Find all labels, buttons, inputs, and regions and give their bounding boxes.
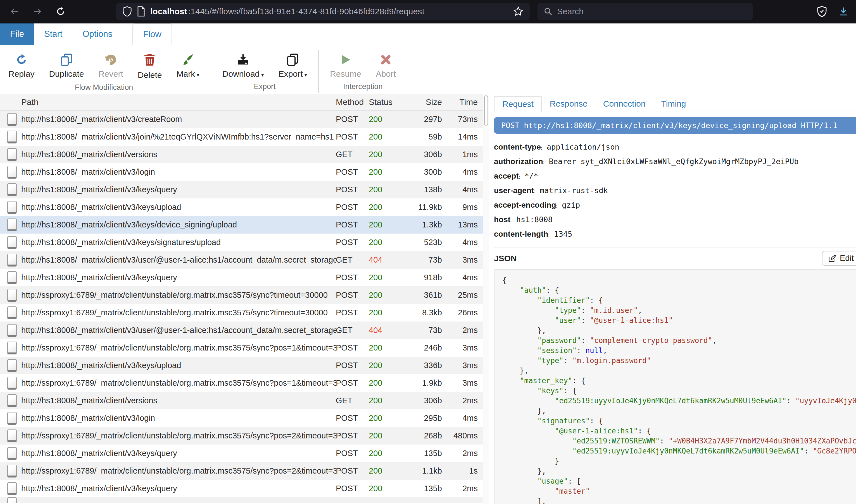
flow-row[interactable]: http://hs1:8008/_matrix/client/v3/loginP… [0, 163, 483, 181]
col-method[interactable]: Method [336, 97, 369, 107]
menu-tab-options[interactable]: Options [72, 23, 122, 44]
bookmark-star-icon[interactable] [513, 6, 524, 17]
flow-row[interactable]: http://ssproxy1:6789/_matrix/client/unst… [0, 462, 483, 480]
browser-search-bar[interactable]: Search [537, 3, 753, 20]
flow-row[interactable]: http://hs1:8008/_matrix/client/v3/user/@… [0, 322, 483, 339]
tab-response[interactable]: Response [542, 96, 595, 112]
forward-icon[interactable] [32, 6, 42, 16]
flow-doc-icon [7, 218, 17, 231]
caret-down-icon: ▾ [195, 72, 200, 78]
resume-button[interactable]: Resume [323, 48, 369, 80]
replay-button[interactable]: Replay [1, 48, 41, 80]
request-body-json[interactable]: { "auth": { "identifier": { "type": "m.i… [494, 269, 856, 504]
revert-button[interactable]: Revert [91, 48, 130, 80]
flow-method: POST [336, 273, 369, 282]
flow-status: 200 [369, 203, 401, 212]
back-icon[interactable] [10, 6, 20, 16]
flow-doc-icon [7, 306, 17, 319]
flow-method: POST [336, 115, 369, 124]
tab-timing[interactable]: Timing [653, 96, 694, 112]
mark-button[interactable]: Mark ▾ [169, 48, 207, 80]
flow-doc-icon [7, 497, 17, 503]
flow-row[interactable]: http://hs1:8008/_matrix/client/v3/keys/q… [0, 269, 483, 286]
flow-row[interactable] [0, 497, 483, 503]
flow-doc-icon [7, 289, 17, 302]
flow-row[interactable]: http://ssproxy1:6789/_matrix/client/unst… [0, 286, 483, 304]
url-bar[interactable]: localhost:1445/#/flows/fba5f13d-91e1-437… [116, 3, 530, 20]
flow-row[interactable]: http://hs1:8008/_matrix/client/v3/user/@… [0, 251, 483, 269]
delete-button[interactable]: ​ Delete [131, 48, 169, 82]
tab-request[interactable]: Request [494, 96, 542, 112]
flow-table-header: Path Method Status Size Time [0, 94, 483, 110]
flow-method: POST [336, 343, 369, 353]
flow-doc-icon [7, 412, 17, 425]
page-info-icon[interactable] [137, 6, 145, 16]
flow-row[interactable]: http://hs1:8008/_matrix/client/v3/create… [0, 110, 483, 128]
menu-tab-flow[interactable]: Flow [133, 23, 172, 45]
flow-path: http://hs1:8008/_matrix/client/v3/keys/u… [18, 203, 336, 212]
request-header: accept-encoding: gzip [494, 198, 856, 213]
flow-row[interactable]: http://hs1:8008/_matrix/client/versionsG… [0, 146, 483, 163]
flow-method: POST [336, 361, 369, 370]
flow-path: http://hs1:8008/_matrix/client/v3/keys/q… [18, 185, 336, 194]
flow-time: 4ms [442, 273, 479, 282]
menu-tab-file[interactable]: File [0, 23, 34, 44]
flow-time: 13ms [442, 220, 479, 229]
abort-button[interactable]: Abort [369, 48, 403, 80]
flow-time: 480ms [442, 431, 479, 440]
flow-size: 523b [401, 238, 442, 247]
flow-status: 200 [369, 361, 401, 370]
flow-status: 200 [369, 150, 401, 159]
shield-icon[interactable] [122, 6, 132, 17]
downloads-icon[interactable] [838, 6, 849, 17]
flow-path: http://ssproxy1:6789/_matrix/client/unst… [18, 343, 336, 353]
flow-size: 73b [401, 326, 442, 335]
flow-row[interactable]: http://hs1:8008/_matrix/client/v3/join/%… [0, 128, 483, 146]
flow-status: 200 [369, 290, 401, 300]
flow-row[interactable]: http://ssproxy1:6789/_matrix/client/unst… [0, 427, 483, 445]
caret-down-icon: ▾ [259, 72, 264, 78]
col-size[interactable]: Size [401, 97, 442, 107]
download-button[interactable]: Download ▾ [215, 48, 271, 80]
protection-shield-icon[interactable] [817, 6, 827, 17]
menu-tab-start[interactable]: Start [34, 23, 72, 44]
flow-row[interactable]: http://ssproxy1:6789/_matrix/client/unst… [0, 339, 483, 357]
request-header: content-length: 1345 [494, 228, 856, 242]
flow-row[interactable]: http://hs1:8008/_matrix/client/v3/keys/d… [0, 216, 483, 234]
scrollbar-thumb[interactable] [484, 95, 488, 126]
reload-icon[interactable] [55, 6, 66, 17]
flow-size: 336b [401, 361, 442, 370]
flow-list-scrollbar[interactable] [483, 94, 489, 504]
flow-time: 25ms [442, 290, 479, 300]
duplicate-button[interactable]: Duplicate [41, 48, 91, 80]
flow-time: 1ms [442, 150, 479, 159]
request-first-line[interactable]: POST http://hs1:8008/_matrix/client/v3/k… [494, 117, 856, 134]
flow-row[interactable]: http://hs1:8008/_matrix/client/v3/keys/q… [0, 480, 483, 497]
flow-row[interactable]: http://hs1:8008/_matrix/client/v3/keys/s… [0, 234, 483, 251]
request-header: accept: */* [494, 169, 856, 184]
tab-connection[interactable]: Connection [595, 96, 653, 112]
flow-method: POST [336, 378, 369, 388]
col-path[interactable]: Path [18, 97, 336, 107]
flow-size: 268b [401, 431, 442, 440]
flow-row[interactable]: http://hs1:8008/_matrix/client/v3/keys/q… [0, 181, 483, 198]
flow-row[interactable]: http://hs1:8008/_matrix/client/v3/keys/u… [0, 198, 483, 216]
flow-path: http://hs1:8008/_matrix/client/versions [18, 396, 336, 405]
col-status[interactable]: Status [369, 97, 401, 107]
flow-time: 4ms [442, 414, 479, 423]
flow-row[interactable]: http://ssproxy1:6789/_matrix/client/unst… [0, 374, 483, 392]
flow-row[interactable]: http://hs1:8008/_matrix/client/v3/keys/u… [0, 357, 483, 374]
col-time[interactable]: Time [442, 97, 479, 107]
flow-row[interactable]: http://ssproxy1:6789/_matrix/client/unst… [0, 304, 483, 322]
flow-rows: http://hs1:8008/_matrix/client/v3/create… [0, 110, 483, 503]
flow-row[interactable]: http://hs1:8008/_matrix/client/v3/keys/q… [0, 445, 483, 462]
flow-row[interactable]: http://hs1:8008/_matrix/client/versionsG… [0, 392, 483, 409]
flow-size: 8.3kb [401, 308, 442, 317]
edit-button[interactable]: Edit [822, 251, 856, 266]
flow-size: 135b [401, 449, 442, 458]
flow-method: POST [336, 308, 369, 317]
flow-doc-icon [7, 271, 17, 284]
flow-row[interactable]: http://hs1:8008/_matrix/client/v3/loginP… [0, 409, 483, 427]
export-button[interactable]: Export ▾ [271, 48, 314, 80]
flow-method: GET [336, 255, 369, 265]
